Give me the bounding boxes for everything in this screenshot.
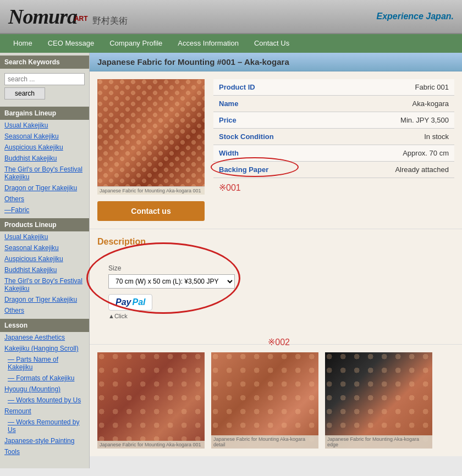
table-row-backing-paper: Backing Paper Already attached [213, 162, 454, 178]
tagline: Experience Japan. [376, 12, 454, 21]
gallery-caption-3: Japanese Fabric for Mounting Aka-kogara … [325, 435, 432, 449]
sidebar-formats[interactable]: — Formats of Kakejiku [0, 373, 89, 384]
note-001: ※001 [213, 182, 454, 193]
product-image-section: Japanese Fabric for Mounting Aka-kogara … [97, 79, 205, 221]
gallery-image-3: Japanese Fabric for Mounting Aka-kogara … [325, 352, 432, 449]
sidebar-buddhist-product[interactable]: Buddhist Kakejiku [0, 264, 89, 275]
search-button[interactable]: search [4, 87, 45, 99]
click-label: ▲Click [108, 313, 235, 319]
sidebar-works-remounted[interactable]: — Works Remounted by Us [0, 417, 89, 435]
search-area: search [0, 69, 89, 104]
field-value-width: Approx. 70 cm [301, 145, 454, 162]
lesson-title: Lesson [0, 319, 89, 332]
gallery-pattern-3 [325, 352, 432, 449]
size-label: Size [108, 264, 235, 272]
sidebar-japanese-painting[interactable]: Japanese-style Painting [0, 435, 89, 446]
sidebar-fabric-bargain[interactable]: —Fabric [0, 204, 89, 215]
sidebar-dragon-product[interactable]: Dragon or Tiger Kakejiku [0, 294, 89, 305]
sidebar-others-bargain[interactable]: Others [0, 193, 89, 204]
field-value-backing-paper: Already attached [301, 162, 454, 178]
size-select[interactable]: 70 cm (W) x 50 cm (L): ¥3,500 JPY [108, 274, 235, 289]
info-table: Product ID Fabric 001 Name Aka-kogara Pr… [213, 79, 454, 178]
search-section-title: Search Keywords [0, 56, 89, 69]
header: NomuraART 野村美術 Experience Japan. [0, 0, 462, 34]
image-pattern-overlay [97, 79, 205, 186]
logo-art: ART [74, 15, 88, 23]
field-label-product-id: Product ID [213, 79, 301, 96]
nav-home[interactable]: Home [6, 34, 40, 53]
table-row: Price Min. JPY 3,500 [213, 112, 454, 129]
sidebar-girlsboys-product[interactable]: The Girl's or Boy's Festival Kakejiku [0, 275, 89, 294]
paypal-area: PayPal [108, 294, 235, 311]
sidebar-auspicious-product[interactable]: Auspicious Kakejiku [0, 253, 89, 264]
products-title: Products Lineup [0, 218, 89, 231]
bargains-title: Bargains Lineup [0, 107, 89, 120]
table-row: Stock Condition In stock [213, 129, 454, 145]
nav-access[interactable]: Access Information [170, 34, 246, 53]
product-main-image [97, 79, 205, 186]
field-label-width: Width [213, 145, 301, 162]
nav-ceo[interactable]: CEO Message [40, 34, 102, 53]
main-content: Japanese Fabric for Mounting #001 – Aka-… [90, 53, 462, 468]
paypal-button[interactable]: PayPal [108, 294, 152, 311]
field-label-stock: Stock Condition [213, 129, 301, 145]
field-label-backing-paper: Backing Paper [213, 162, 301, 178]
field-value-stock: In stock [301, 129, 454, 145]
size-paypal-area: Size 70 cm (W) x 50 cm (L): ¥3,500 JPY P… [108, 264, 235, 319]
product-top: Japanese Fabric for Mounting Aka-kogara … [97, 79, 454, 221]
logo-jp: 野村美術 [92, 16, 128, 25]
gallery-pattern-1 [97, 352, 205, 449]
sidebar-works-mounted[interactable]: — Works Mounted by Us [0, 395, 89, 406]
sidebar: Search Keywords search Bargains Lineup U… [0, 53, 90, 468]
sidebar-remount[interactable]: Remount [0, 406, 89, 417]
size-paypal-wrapper: Size 70 cm (W) x 50 cm (L): ¥3,500 JPY P… [97, 253, 251, 336]
gallery-pattern-2 [211, 352, 318, 449]
sidebar-usual-product[interactable]: Usual Kakejiku [0, 231, 89, 242]
description-section: Description Size 70 cm (W) x 50 cm (L): … [90, 229, 462, 345]
sidebar-others-product[interactable]: Others [0, 305, 89, 316]
nav: Home CEO Message Company Profile Access … [0, 34, 462, 53]
field-label-price: Price [213, 112, 301, 129]
contact-button[interactable]: Contact us [97, 201, 205, 221]
backing-paper-label: Backing Paper [219, 165, 268, 174]
sidebar-japanese-aesthetics[interactable]: Japanese Aesthetics [0, 332, 89, 343]
sidebar-seasonal-product[interactable]: Seasonal Kakejiku [0, 242, 89, 253]
sidebar-tools[interactable]: Tools [0, 446, 89, 457]
table-row: Width Approx. 70 cm [213, 145, 454, 162]
nav-company[interactable]: Company Profile [102, 34, 170, 53]
field-value-name: Aka-kogara [301, 96, 454, 112]
nav-contact[interactable]: Contact Us [246, 34, 297, 53]
sidebar-parts-name[interactable]: — Parts Name of Kakejiku [0, 354, 89, 373]
sidebar-seasonal-bargain[interactable]: Seasonal Kakejiku [0, 131, 89, 142]
sidebar-kakejiku-scroll[interactable]: Kakejiku (Hanging Scroll) [0, 343, 89, 354]
paypal-logo-p1: Pay [116, 297, 131, 307]
gallery: Japanese Fabric for Mounting Aka-kogara … [97, 352, 454, 449]
field-value-price: Min. JPY 3,500 [301, 112, 454, 129]
gallery-image-2: Japanese Fabric for Mounting Aka-kogara … [211, 352, 318, 449]
sidebar-auspicious-bargain[interactable]: Auspicious Kakejiku [0, 142, 89, 153]
sidebar-hyougu[interactable]: Hyougu (Mounting) [0, 384, 89, 395]
page-title: Japanese Fabric for Mounting #001 – Aka-… [90, 53, 462, 71]
logo-text: Nomura [8, 5, 77, 28]
paypal-logo-p2: Pal [132, 297, 145, 307]
sidebar-girlsboys-bargain[interactable]: The Girl's or Boy's Festival Kakejiku [0, 164, 89, 182]
product-area: Japanese Fabric for Mounting Aka-kogara … [90, 71, 462, 229]
table-row: Name Aka-kogara [213, 96, 454, 112]
layout: Search Keywords search Bargains Lineup U… [0, 53, 462, 468]
gallery-caption-1: Japanese Fabric for Mounting Aka-kogara … [97, 441, 205, 449]
logo: NomuraART 野村美術 [8, 4, 128, 29]
sidebar-dragon-bargain[interactable]: Dragon or Tiger Kakejiku [0, 182, 89, 193]
note-002: ※002 [268, 337, 290, 347]
description-title: Description [97, 237, 454, 247]
search-input[interactable] [4, 73, 85, 85]
gallery-image-1: Japanese Fabric for Mounting Aka-kogara … [97, 352, 205, 449]
table-row: Product ID Fabric 001 [213, 79, 454, 96]
image-caption: Japanese Fabric for Mounting Aka-kogara … [97, 186, 205, 195]
sidebar-buddhist-bargain[interactable]: Buddhist Kakejiku [0, 153, 89, 164]
product-info-table: Product ID Fabric 001 Name Aka-kogara Pr… [213, 79, 454, 221]
sidebar-usual-bargain[interactable]: Usual Kakejiku [0, 120, 89, 131]
logo-area: NomuraART 野村美術 [8, 4, 128, 29]
field-value-product-id: Fabric 001 [301, 79, 454, 96]
field-label-name: Name [213, 96, 301, 112]
gallery-section: Japanese Fabric for Mounting Aka-kogara … [90, 345, 462, 456]
